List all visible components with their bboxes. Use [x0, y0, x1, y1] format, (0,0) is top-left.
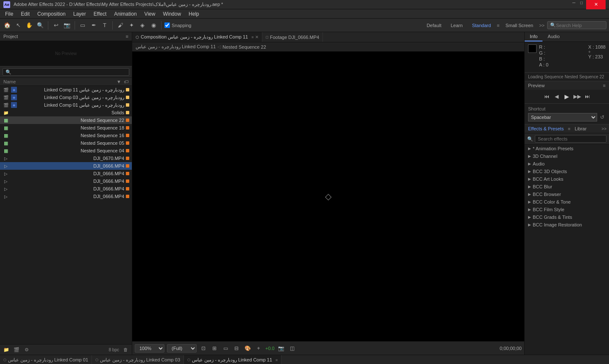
channel-btn[interactable]: 🎨 — [243, 344, 252, 353]
eraser-tool[interactable]: ◈ — [138, 21, 147, 30]
effects-cat-bccblur[interactable]: ▶ BCC Blur — [525, 183, 609, 190]
project-item-nested04[interactable]: ▦ Nested Sequence 04 — [0, 147, 132, 154]
info-plus-btn[interactable]: + — [588, 50, 591, 54]
menu-animation[interactable]: Animation — [111, 10, 140, 18]
camera-tool[interactable]: 📷 — [62, 21, 72, 30]
hand-tool[interactable]: ✋ — [25, 21, 34, 30]
project-item-comp11[interactable]: 🎬 ◈ رودبارچره - زمین عباس Linked Comp 11 — [0, 86, 132, 94]
effects-cat-3dchannel[interactable]: ▶ 3D Channel — [525, 152, 609, 160]
menu-edit[interactable]: Edit — [17, 10, 33, 18]
new-comp-btn[interactable]: 🎬 — [13, 346, 20, 353]
breadcrumb-nested22[interactable]: Nested Sequence 22 — [222, 44, 266, 50]
project-search-input[interactable] — [3, 68, 129, 76]
rotate-tool[interactable]: ↩ — [51, 21, 61, 30]
project-settings-btn[interactable]: ⚙ — [23, 346, 31, 353]
col-options[interactable]: 🏷 — [124, 79, 128, 84]
menu-effect[interactable]: Effect — [90, 10, 110, 18]
select-tool[interactable]: ↖ — [14, 21, 23, 30]
snapshot-btn[interactable]: 📷 — [277, 344, 286, 353]
effects-cat-audio[interactable]: ▶ Audio — [525, 160, 609, 168]
workspace-learn[interactable]: Learn — [448, 22, 466, 29]
brush-tool[interactable]: 🖌 — [116, 21, 125, 30]
home-tool[interactable]: 🏠 — [3, 21, 12, 30]
effects-cat-bcc3d[interactable]: ▶ BCC 3D Objects — [525, 168, 609, 175]
project-item-comp03[interactable]: 🎬 ◈ رودبارچره - زمین عباس Linked Comp 03 — [0, 94, 132, 101]
preview-first[interactable]: ⏮ — [542, 92, 551, 101]
close-button[interactable]: ✕ — [586, 0, 606, 9]
project-menu-icon[interactable]: ≡ — [126, 34, 128, 39]
pixel-btn[interactable]: ⊞ — [210, 344, 219, 353]
effects-tab[interactable]: Effects & Presets — [525, 124, 567, 133]
snapping-checkbox[interactable] — [164, 22, 170, 28]
text-tool[interactable]: T — [100, 21, 109, 30]
tl-tab-menu[interactable]: ≡ — [275, 358, 278, 362]
workspace-more[interactable]: >> — [539, 23, 545, 28]
show-snapshot-btn[interactable]: ◫ — [288, 344, 297, 353]
project-item-dji0670[interactable]: ▷ DJI_0670.MP4 — [0, 154, 132, 162]
effects-cat-bccimage[interactable]: ▶ BCC Image Restoration — [525, 221, 609, 229]
effects-more[interactable]: >> — [599, 126, 609, 132]
project-item-nested05[interactable]: ▦ Nested Sequence 05 — [0, 139, 132, 147]
preview-next[interactable]: ▶▶ — [573, 92, 581, 101]
menu-window[interactable]: Window — [159, 10, 184, 18]
menu-composition[interactable]: Composition — [34, 10, 69, 18]
preview-last[interactable]: ⏭ — [583, 92, 592, 101]
shortcut-reset-btn[interactable]: ↺ — [599, 113, 606, 121]
viewer-tab-close-comp11[interactable]: ✕ — [255, 35, 259, 39]
search-help-box[interactable]: 🔍 — [547, 21, 606, 29]
viewer-tab-footage[interactable]: □ Footage DJI_0666.MP4 — [262, 32, 323, 42]
project-item-nested16[interactable]: ▦ Nested Sequence 16 — [0, 132, 132, 139]
project-item-solids[interactable]: 📁 Solids — [0, 109, 132, 116]
effects-cat-bccfilm[interactable]: ▶ BCC Film Style — [525, 206, 609, 213]
fit-btn[interactable]: ⊡ — [199, 344, 208, 353]
col-sort[interactable]: ▼ — [117, 79, 121, 84]
menu-help[interactable]: Help — [185, 10, 203, 18]
quality-select[interactable]: (Full) (Half) — [167, 344, 197, 353]
menu-layer[interactable]: Layer — [70, 10, 89, 18]
timeline-tab-comp11[interactable]: ⬡ رودبارچره - زمین عباس Linked Comp 11 ≡ — [184, 355, 281, 364]
effects-cat-bccgrads[interactable]: ▶ BCC Grads & Tints — [525, 213, 609, 221]
project-item-comp01[interactable]: 🎬 ◈ رودبارچره - زمین عباس Linked Comp 01 — [0, 101, 132, 109]
shortcut-select[interactable]: Spacebar — [528, 113, 597, 121]
workspace-smallscreen[interactable]: Small Screen — [502, 22, 537, 29]
viewer-canvas[interactable]: ◇ — [132, 52, 524, 341]
project-item-dji0666-3[interactable]: ▷ DJI_0666.MP4 — [0, 177, 132, 185]
project-item-dji0666-2[interactable]: ▷ DJI_0666.MP4 — [0, 170, 132, 177]
project-item-nested22[interactable]: ▦ Nested Sequence 22 — [0, 116, 132, 124]
project-item-dji0666-1[interactable]: ▷ DJI_0666.MP4 — [0, 162, 132, 170]
menu-file[interactable]: File — [2, 10, 17, 18]
preview-play[interactable]: ▶ — [563, 92, 571, 101]
search-help-input[interactable] — [556, 23, 603, 28]
safe-btn[interactable]: ▭ — [221, 344, 230, 353]
minimize-button[interactable]: ─ — [571, 0, 577, 6]
effects-search-input[interactable] — [535, 135, 606, 143]
rect-tool[interactable]: ▭ — [78, 21, 87, 30]
effects-cat-bccbrowser[interactable]: ▶ BCC Browser — [525, 190, 609, 198]
project-item-dji0666-5[interactable]: ▷ DJI_0666.MP4 — [0, 193, 132, 200]
timeline-tab-comp03[interactable]: ⬡ رودبارچره - زمین عباس Linked Comp 03 — [92, 355, 184, 364]
zoom-tool[interactable]: 🔍 — [36, 21, 45, 30]
effects-cat-bccart[interactable]: ▶ BCC Art Looks — [525, 175, 609, 183]
info-tab[interactable]: Info — [525, 32, 542, 41]
timeline-tab-comp01[interactable]: ⬡ رودبارچره - زمین عباس Linked Comp 01 — [0, 355, 92, 364]
clone-tool[interactable]: ✦ — [127, 21, 136, 30]
audio-tab[interactable]: Audio — [542, 32, 565, 41]
workspace-default[interactable]: Default — [423, 22, 445, 29]
new-folder-btn[interactable]: 📁 — [3, 346, 10, 353]
effects-cat-animation-presets[interactable]: ▶ * Animation Presets — [525, 145, 609, 152]
grid-btn[interactable]: ⊟ — [232, 344, 241, 353]
workspace-standard[interactable]: Standard — [469, 22, 495, 29]
viewer-tab-comp11[interactable]: ⬡ Composition رودبارچره - زمین عباس Link… — [132, 32, 262, 42]
project-item-nested18[interactable]: ▦ Nested Sequence 18 — [0, 124, 132, 132]
menu-view[interactable]: View — [141, 10, 159, 18]
zoom-select[interactable]: 100% 50% 200% — [135, 344, 164, 353]
maximize-button[interactable]: □ — [578, 0, 584, 6]
breadcrumb-comp11[interactable]: رودبارچره - زمین عباس Linked Comp 11 — [136, 44, 216, 50]
puppet-tool[interactable]: ◉ — [149, 21, 158, 30]
library-tab[interactable]: Librar — [571, 124, 590, 133]
viewer-tab-menu[interactable]: ≡ — [251, 35, 253, 39]
preview-prev[interactable]: ◀ — [553, 92, 561, 101]
project-item-dji0666-4[interactable]: ▷ DJI_0666.MP4 — [0, 185, 132, 193]
pen-tool[interactable]: ✒ — [89, 21, 98, 30]
effects-cat-bcccolor[interactable]: ▶ BCC Color & Tone — [525, 198, 609, 206]
